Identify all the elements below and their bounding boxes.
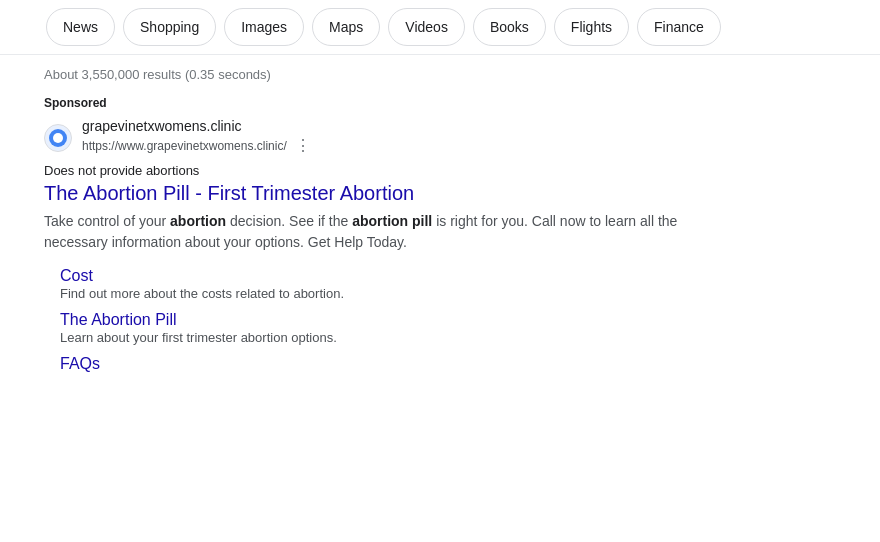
nav-tabs: NewsShoppingImagesMapsVideosBooksFlights… [0,0,880,55]
results-meta: About 3,550,000 results (0.35 seconds) [0,55,880,88]
sponsored-label: Sponsored [44,96,836,110]
nav-tab-flights[interactable]: Flights [554,8,629,46]
ad-domain-name: grapevinetxwomens.clinic [82,118,313,134]
sitelink-desc-0: Find out more about the costs related to… [60,286,836,301]
ad-url: https://www.grapevinetxwomens.clinic/ [82,139,287,153]
nav-tab-books[interactable]: Books [473,8,546,46]
favicon-icon [49,129,67,147]
nav-tab-videos[interactable]: Videos [388,8,465,46]
sitelink-desc-1: Learn about your first trimester abortio… [60,330,836,345]
ad-url-row: https://www.grapevinetxwomens.clinic/ ⋮ [82,134,313,157]
nav-tab-images[interactable]: Images [224,8,304,46]
nav-tab-shopping[interactable]: Shopping [123,8,216,46]
ad-description: Take control of your abortion decision. … [44,211,744,253]
nav-tab-news[interactable]: News [46,8,115,46]
ad-domain-info: grapevinetxwomens.clinic https://www.gra… [82,118,313,157]
ad-favicon [44,124,72,152]
sitelink-item-0: CostFind out more about the costs relate… [60,267,836,301]
ad-menu-icon[interactable]: ⋮ [293,134,313,157]
sponsored-section: Sponsored grapevinetxwomens.clinic https… [0,88,880,373]
sitelink-item-1: The Abortion PillLearn about your first … [60,311,836,345]
sitelink-title-0[interactable]: Cost [60,267,836,285]
ad-disclaimer: Does not provide abortions [44,163,836,178]
ad-title[interactable]: The Abortion Pill - First Trimester Abor… [44,182,836,205]
sitelink-title-2[interactable]: FAQs [60,355,836,373]
sitelink-title-1[interactable]: The Abortion Pill [60,311,836,329]
nav-tab-maps[interactable]: Maps [312,8,380,46]
sitelink-item-2: FAQs [60,355,836,373]
ad-domain-row: grapevinetxwomens.clinic https://www.gra… [44,118,836,157]
sitelinks: CostFind out more about the costs relate… [44,267,836,373]
nav-tab-finance[interactable]: Finance [637,8,721,46]
